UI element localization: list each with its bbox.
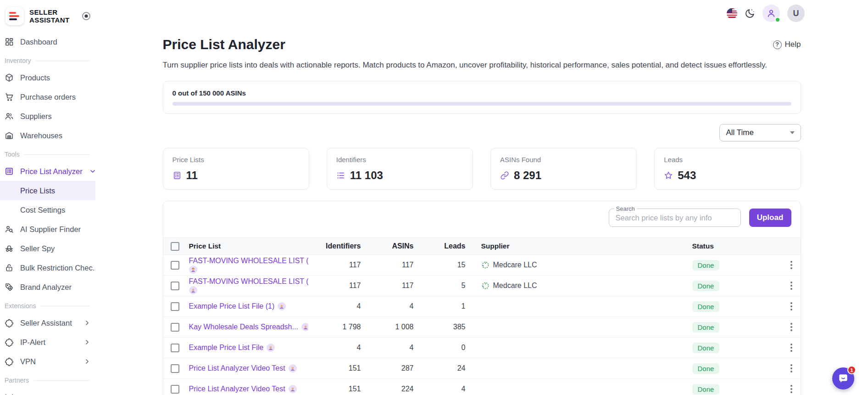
page-subtitle: Turn supplier price lists into deals wit… — [163, 61, 801, 70]
sidebar-item-products[interactable]: Products — [0, 68, 95, 87]
account-button[interactable] — [762, 5, 780, 22]
sidebar-item-warehouses[interactable]: Warehouses — [0, 126, 95, 145]
cell-identifiers: 4 — [308, 302, 361, 310]
row-checkbox[interactable] — [171, 323, 179, 332]
price-list-link[interactable]: Price List Analyzer Video Test — [189, 385, 285, 393]
sidebar-item-label: Warehouses — [20, 131, 62, 140]
row-checkbox[interactable] — [171, 282, 179, 290]
table-row: FAST-MOVING WHOLESALE LIST (... 117 117 … — [163, 255, 801, 276]
cell-asins: 224 — [361, 385, 414, 393]
lock-icon — [5, 263, 14, 272]
time-range-select[interactable]: All Time — [719, 124, 801, 141]
chevron-right-icon — [83, 339, 91, 346]
price-list-link[interactable]: Example Price List File (1) — [189, 302, 275, 310]
row-checkbox[interactable] — [171, 302, 179, 311]
people-icon — [5, 112, 14, 121]
sidebar-item-suppliers[interactable]: Suppliers — [0, 107, 95, 126]
sidebar-item-label: Dashboard — [20, 38, 57, 46]
uploader-avatar — [289, 385, 297, 393]
tag-search-icon — [5, 282, 14, 292]
sidebar-subitem-cost-settings[interactable]: Cost Settings — [0, 200, 95, 220]
sidebar-item-label: Products — [20, 73, 50, 82]
status-badge: Done — [692, 301, 720, 312]
user-avatar[interactable]: U — [787, 5, 805, 22]
sidebar-item-label: Price List Analyzer — [20, 167, 83, 176]
row-menu-button[interactable] — [789, 383, 794, 395]
page-content: Price List Analyzer ? Help Turn supplier… — [163, 0, 801, 395]
table-row: FAST-MOVING WHOLESALE LIST (... 117 117 … — [163, 276, 801, 296]
quota-label: 0 out of 150 000 ASINs — [172, 89, 791, 97]
brand-name: SELLER ASSISTANT — [29, 8, 70, 24]
uploader-avatar — [189, 265, 197, 274]
sidebar-item-price-list-analyzer[interactable]: Price List Analyzer — [0, 162, 95, 181]
language-selector[interactable] — [727, 8, 737, 19]
uploader-avatar — [301, 323, 308, 331]
sidebar-item-label: IP-Alert — [20, 338, 45, 347]
record-icon — [82, 11, 91, 21]
app-root: SELLER ASSISTANT Dashboard Inventory — [0, 0, 868, 395]
brand-line1: SELLER — [29, 8, 70, 16]
stat-label: Price Lists — [172, 156, 300, 164]
column-header-status: Status — [692, 242, 773, 250]
sidebar-item-purchase-orders[interactable]: Purchase orders — [0, 87, 95, 107]
row-menu-button[interactable] — [789, 342, 794, 354]
row-menu-button[interactable] — [789, 321, 794, 333]
online-status-dot — [775, 17, 780, 23]
stat-label: Identifiers — [336, 156, 463, 164]
sidebar-item-extension-seller-assistant[interactable]: Seller Assistant — [0, 313, 95, 333]
help-button[interactable]: ? Help — [773, 40, 801, 49]
stat-card-identifiers: Identifiers 11 103 — [327, 148, 473, 190]
row-menu-button[interactable] — [789, 280, 794, 292]
section-inventory: Inventory — [0, 51, 95, 68]
cell-leads: 24 — [414, 364, 466, 372]
status-badge: Done — [692, 322, 720, 333]
row-checkbox[interactable] — [171, 364, 179, 373]
status-badge: Done — [692, 343, 720, 353]
sidebar-item-extension-vpn[interactable]: VPN — [0, 352, 95, 371]
price-list-link[interactable]: FAST-MOVING WHOLESALE LIST (... — [189, 257, 308, 265]
row-checkbox[interactable] — [171, 385, 179, 394]
caret-down-icon — [790, 131, 795, 134]
price-list-link[interactable]: Example Price List File — [189, 344, 264, 352]
row-menu-button[interactable] — [789, 259, 794, 271]
price-list-link[interactable]: Kay Wholesale Deals Spreadsh... — [189, 323, 298, 331]
cell-identifiers: 151 — [308, 364, 361, 372]
cube-icon — [5, 73, 14, 82]
sidebar-item-brand-analyzer[interactable]: Brand Analyzer — [0, 277, 95, 297]
row-checkbox[interactable] — [171, 344, 179, 352]
stat-label: ASINs Found — [500, 156, 627, 164]
help-label: Help — [785, 40, 801, 49]
sidebar-item-ai-supplier-finder[interactable]: AI Supplier Finder — [0, 220, 95, 239]
chat-launcher[interactable]: 1 — [832, 367, 854, 389]
status-badge: Done — [692, 384, 720, 395]
column-header-identifiers: Identifiers — [308, 242, 361, 250]
sidebar-item-bulk-restriction-checker[interactable]: Bulk Restriction Chec... — [0, 258, 95, 277]
seller-assistant-logo-icon — [6, 7, 24, 25]
sidebar-item-seller-spy[interactable]: Seller Spy — [0, 239, 95, 258]
section-tools: Tools — [0, 145, 95, 162]
moon-icon — [745, 8, 755, 19]
status-badge: Done — [692, 281, 720, 291]
chat-unread-badge: 1 — [847, 366, 856, 374]
sidebar-item-extension-ip-alert[interactable]: IP-Alert — [0, 333, 95, 352]
row-menu-button[interactable] — [789, 300, 794, 312]
sidebar-item-partner[interactable] — [0, 388, 95, 395]
sidebar-item-dashboard[interactable]: Dashboard — [0, 32, 95, 51]
price-list-link[interactable]: Price List Analyzer Video Test — [189, 364, 285, 372]
column-header-price-list: Price List — [189, 242, 308, 250]
cell-identifiers: 117 — [308, 261, 361, 269]
select-all-checkbox[interactable] — [171, 242, 179, 251]
dark-mode-toggle[interactable] — [745, 8, 755, 19]
record-toggle[interactable] — [82, 11, 91, 21]
stat-value: 11 103 — [350, 169, 383, 182]
supplier-logo-icon — [481, 282, 490, 290]
row-menu-button[interactable] — [789, 362, 794, 374]
row-checkbox[interactable] — [171, 261, 179, 270]
price-list-link[interactable]: FAST-MOVING WHOLESALE LIST (... — [189, 277, 308, 286]
sidebar-subitem-label: Cost Settings — [20, 206, 65, 214]
cell-supplier-name: Medcare LLC — [493, 282, 537, 290]
sidebar-subitem-price-lists[interactable]: Price Lists — [0, 181, 95, 200]
upload-button[interactable]: Upload — [749, 209, 791, 227]
sidebar: SELLER ASSISTANT Dashboard Inventory — [0, 0, 95, 395]
table-row: Kay Wholesale Deals Spreadsh... 1 798 1 … — [163, 317, 801, 338]
